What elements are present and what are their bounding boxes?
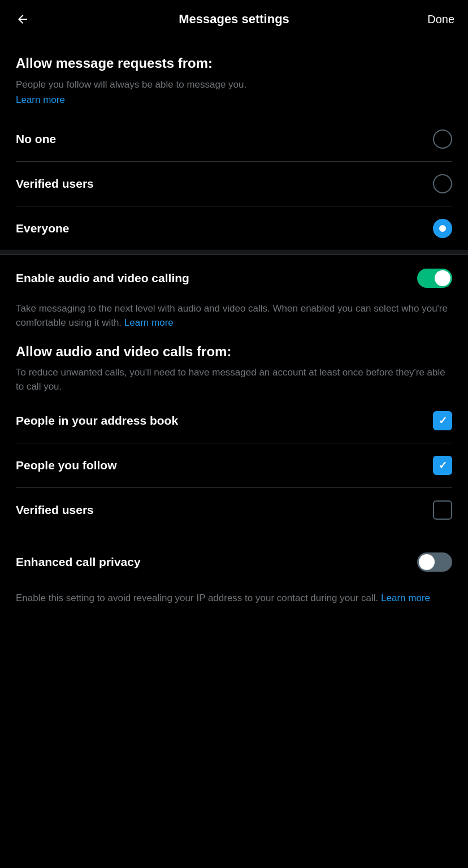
learn-more-link-calling[interactable]: Learn more <box>124 317 174 328</box>
done-button[interactable]: Done <box>427 13 454 26</box>
enhanced-privacy-desc-text: Enable this setting to avoid revealing y… <box>16 593 378 603</box>
enhanced-privacy-toggle[interactable] <box>417 552 452 572</box>
option-no-one[interactable]: No one <box>16 117 452 162</box>
section-divider <box>0 251 468 255</box>
checkbox-people-follow[interactable]: People you follow <box>16 443 452 488</box>
option-everyone-label: Everyone <box>16 222 70 235</box>
allow-message-requests-subtitle: People you follow will always be able to… <box>16 77 452 92</box>
option-everyone[interactable]: Everyone <box>16 206 452 251</box>
enhanced-privacy-row: Enhanced call privacy <box>0 539 468 585</box>
audio-video-desc-text: Take messaging to the next level with au… <box>16 303 448 329</box>
header: Messages settings Done <box>0 0 468 38</box>
option-verified-users[interactable]: Verified users <box>16 162 452 206</box>
checkbox-verified-users-calls-box <box>433 500 452 520</box>
allow-message-requests-section: Allow message requests from: People you … <box>0 38 468 117</box>
calls-from-desc: To reduce unwanted calls, you'll need to… <box>16 365 452 394</box>
audio-video-toggle-row: Enable audio and video calling <box>0 255 468 301</box>
checkbox-verified-users-calls[interactable]: Verified users <box>16 488 452 532</box>
allow-message-requests-title: Allow message requests from: <box>16 54 452 72</box>
enhanced-privacy-label: Enhanced call privacy <box>16 555 141 569</box>
radio-no-one <box>433 129 452 149</box>
checkbox-verified-users-calls-label: Verified users <box>16 503 94 517</box>
calls-from-title: Allow audio and video calls from: <box>16 344 452 360</box>
option-no-one-label: No one <box>16 132 56 146</box>
page-title: Messages settings <box>179 12 289 27</box>
radio-everyone <box>433 219 452 238</box>
checkbox-address-book-label: People in your address book <box>16 414 178 427</box>
checkbox-people-follow-box <box>433 456 452 475</box>
enhanced-privacy-description: Enable this setting to avoid revealing y… <box>0 585 468 623</box>
checkbox-people-follow-label: People you follow <box>16 459 117 472</box>
learn-more-link-privacy[interactable]: Learn more <box>381 593 430 603</box>
enhanced-toggle-thumb <box>419 554 435 570</box>
back-button[interactable] <box>14 10 32 28</box>
option-verified-users-label: Verified users <box>16 177 94 191</box>
audio-video-toggle[interactable] <box>417 269 452 288</box>
checkbox-address-book[interactable]: People in your address book <box>16 399 452 443</box>
learn-more-link-messages[interactable]: Learn more <box>16 94 65 105</box>
checkbox-address-book-box <box>433 411 452 430</box>
toggle-thumb <box>435 270 450 286</box>
audio-video-toggle-label: Enable audio and video calling <box>16 271 189 285</box>
calls-from-section: Allow audio and video calls from: To red… <box>0 344 468 532</box>
audio-video-description: Take messaging to the next level with au… <box>0 301 468 344</box>
radio-verified-users <box>433 174 452 193</box>
message-request-options: No one Verified users Everyone <box>0 117 468 251</box>
